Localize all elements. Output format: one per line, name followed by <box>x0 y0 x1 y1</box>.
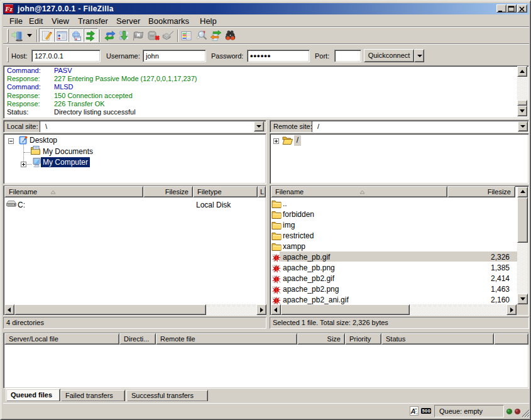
svg-text:A: A <box>410 407 416 415</box>
svg-text:Fz: Fz <box>4 5 13 13</box>
